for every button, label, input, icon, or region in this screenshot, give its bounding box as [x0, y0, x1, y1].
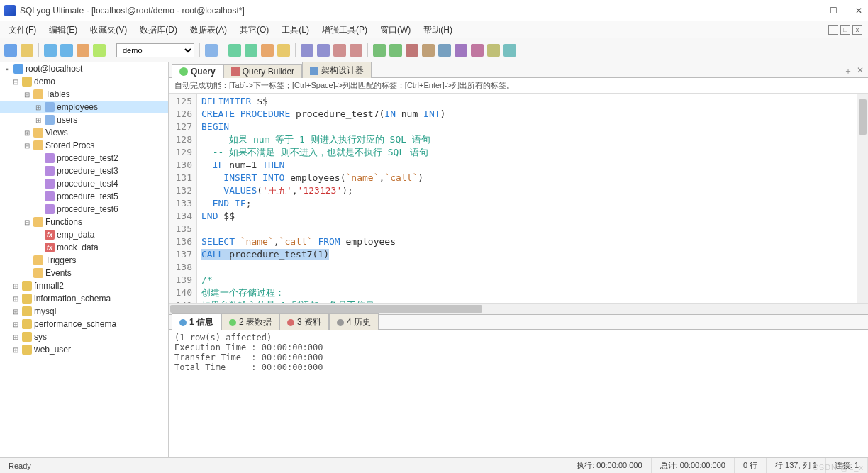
tree-func-item: fxemp_data — [0, 228, 168, 241]
tree-folder-label[interactable]: Tables — [45, 89, 70, 99]
tab-label: Query Builder — [243, 67, 294, 77]
refresh-icon[interactable] — [93, 44, 106, 57]
tb-icon-l[interactable] — [422, 44, 435, 57]
separator — [199, 43, 200, 57]
mdi-min-icon[interactable]: - — [828, 25, 838, 35]
new-connection-icon[interactable] — [4, 44, 17, 57]
tree-db-label[interactable]: sys — [34, 332, 47, 342]
result-tab-profile[interactable]: 3 资料 — [279, 313, 329, 330]
tree-item-label[interactable]: procedure_test5 — [57, 191, 118, 201]
tree-folder-label[interactable]: Events — [45, 268, 72, 278]
run-all-icon[interactable] — [60, 44, 73, 57]
separator — [295, 43, 296, 57]
tb-icon-o[interactable] — [471, 44, 484, 57]
mdi-restore-icon[interactable]: □ — [840, 25, 850, 35]
tree-db-label[interactable]: information_schema — [34, 294, 111, 304]
menu-database[interactable]: 数据库(D) — [134, 23, 183, 38]
horizontal-scrollbar[interactable] — [169, 303, 868, 314]
scroll-thumb[interactable] — [859, 99, 867, 135]
tb-icon-d[interactable] — [277, 44, 290, 57]
mdi-close-icon[interactable]: x — [852, 25, 862, 35]
menu-help[interactable]: 帮助(H) — [418, 23, 458, 38]
run-icon[interactable] — [44, 44, 57, 57]
tb-icon-m[interactable] — [438, 44, 451, 57]
tree-db-label[interactable]: web_user — [34, 345, 71, 355]
menu-edit[interactable]: 编辑(E) — [43, 23, 83, 38]
table-icon — [45, 115, 55, 125]
tree-folder-label[interactable]: Functions — [45, 217, 82, 227]
tree-item-label[interactable]: employees — [57, 102, 98, 112]
object-browser[interactable]: ▪root@localhost ⊟demo ⊟Tables ⊞employees… — [0, 62, 169, 457]
tb-icon-c[interactable] — [261, 44, 274, 57]
database-icon — [22, 345, 32, 355]
result-tabs: 1 信息 2 表数据 3 资料 4 历史 — [169, 314, 868, 330]
tree-db-label[interactable]: performance_schema — [34, 319, 116, 329]
tree-events-folder: Events — [0, 267, 168, 279]
tb-icon-q[interactable] — [503, 44, 516, 57]
tab-add-icon[interactable]: ＋ — [844, 65, 852, 77]
user-icon[interactable] — [205, 44, 218, 57]
tb-icon-g[interactable] — [333, 44, 346, 57]
menu-tools[interactable]: 工具(L) — [276, 23, 315, 38]
tb-icon-k[interactable] — [406, 44, 418, 57]
tree-folder-label[interactable]: Triggers — [45, 255, 77, 265]
tb-icon-i[interactable] — [373, 44, 386, 57]
tree-item-label[interactable]: procedure_test2 — [57, 153, 118, 163]
tree-root-label[interactable]: root@localhost — [26, 64, 82, 74]
result-tab-history[interactable]: 4 历史 — [329, 313, 379, 330]
tb-icon-p[interactable] — [487, 44, 500, 57]
tb-icon-f[interactable] — [317, 44, 330, 57]
tree-item-label[interactable]: users — [57, 115, 77, 125]
close-button[interactable]: ✕ — [854, 6, 864, 16]
tab-close-icon[interactable]: ✕ — [857, 65, 864, 77]
builder-tab-icon — [231, 67, 240, 76]
tree-folder-label[interactable]: Stored Procs — [45, 140, 94, 150]
vertical-scrollbar[interactable] — [857, 94, 868, 303]
menu-table[interactable]: 数据表(A) — [184, 23, 233, 38]
tree-item-label[interactable]: procedure_test4 — [57, 179, 118, 189]
tree-procs-folder: ⊟Stored Procs — [0, 139, 168, 152]
tree-db-label[interactable]: fmmall2 — [34, 281, 64, 291]
tab-builder[interactable]: Query Builder — [223, 64, 302, 78]
tree-item-label[interactable]: procedure_test3 — [57, 166, 118, 176]
menu-powertools[interactable]: 增强工具(P) — [316, 23, 373, 38]
mdi-controls: - □ x — [828, 25, 865, 35]
scroll-thumb[interactable] — [170, 305, 482, 313]
database-select[interactable]: demo — [116, 43, 194, 57]
tree-db-label[interactable]: mysql — [34, 306, 56, 316]
folder-icon — [33, 268, 43, 278]
toolbar: demo — [0, 38, 868, 62]
result-tab-data[interactable]: 2 表数据 — [221, 313, 279, 330]
tb-icon-n[interactable] — [455, 44, 467, 57]
sql-editor[interactable]: 125 126 127 128 129 130 131 132 133 134 … — [169, 94, 868, 303]
result-tab-info[interactable]: 1 信息 — [172, 313, 221, 330]
procedure-icon — [45, 166, 55, 176]
info-icon — [179, 319, 187, 326]
tree-folder-label[interactable]: Views — [45, 128, 68, 138]
code-area[interactable]: DELIMITER $$CREATE PROCEDURE procedure_t… — [197, 94, 857, 303]
new-query-icon[interactable] — [21, 44, 33, 57]
menu-other[interactable]: 其它(O) — [234, 23, 274, 38]
tab-query[interactable]: Query — [172, 64, 223, 78]
tb-icon-a[interactable] — [228, 44, 241, 57]
menu-window[interactable]: 窗口(W) — [374, 23, 416, 38]
tb-icon-b[interactable] — [245, 44, 257, 57]
result-pane[interactable]: (1 row(s) affected) Execution Time : 00:… — [169, 330, 868, 457]
tree-item-label[interactable]: mock_data — [57, 243, 99, 252]
minimize-button[interactable]: — — [803, 6, 813, 16]
maximize-button[interactable]: ☐ — [828, 6, 838, 16]
folder-icon — [33, 255, 43, 265]
menu-file[interactable]: 文件(F) — [3, 23, 42, 38]
database-icon — [22, 281, 32, 291]
line-gutter: 125 126 127 128 129 130 131 132 133 134 … — [169, 94, 197, 303]
tb-icon-e[interactable] — [301, 44, 313, 57]
tab-schema[interactable]: 架构设计器 — [302, 62, 372, 78]
tb-icon-j[interactable] — [389, 44, 402, 57]
tree-db-label[interactable]: demo — [34, 77, 55, 87]
menu-fav[interactable]: 收藏夹(V) — [84, 23, 133, 38]
menubar: 文件(F) 编辑(E) 收藏夹(V) 数据库(D) 数据表(A) 其它(O) 工… — [0, 21, 868, 38]
tree-item-label[interactable]: procedure_test6 — [57, 204, 118, 214]
tree-item-label[interactable]: emp_data — [57, 230, 94, 240]
tb-icon-h[interactable] — [350, 44, 362, 57]
stop-icon[interactable] — [77, 44, 89, 57]
